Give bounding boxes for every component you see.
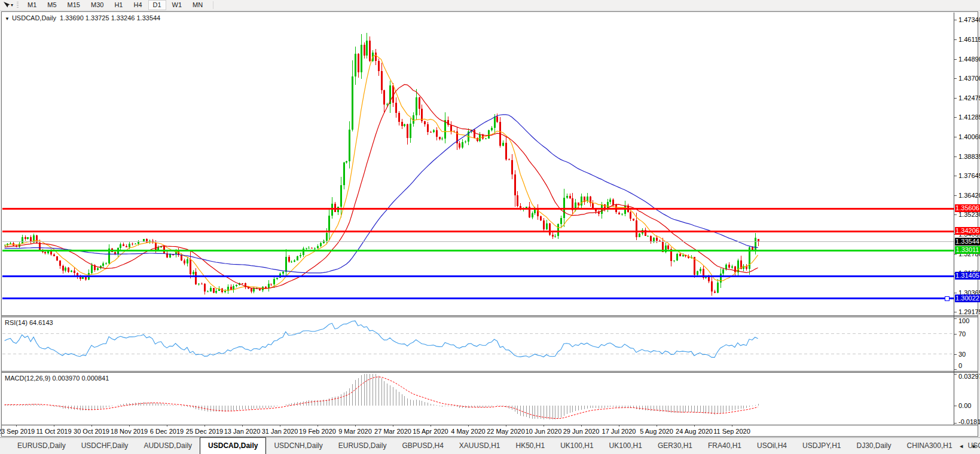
rsi-axis-tick — [954, 369, 957, 370]
toolbar-divider — [213, 1, 213, 9]
price-axis-tick — [954, 39, 957, 40]
price-line-badge: 1.34206 — [955, 227, 980, 235]
scroll-left-icon[interactable]: ◄ — [958, 443, 964, 449]
price-axis-label: 1.36420 — [958, 192, 980, 200]
date-axis-tick — [468, 425, 469, 427]
price-axis-tick — [954, 254, 957, 254]
symbol-dropdown-icon[interactable]: ▼ — [5, 16, 10, 22]
tab-usdjpy-h1[interactable]: USDJPY,H1 — [795, 438, 848, 454]
chevron-down-icon[interactable]: ▾ — [11, 2, 13, 8]
date-axis-tick — [431, 425, 431, 427]
rsi-axis-tick — [954, 354, 957, 355]
date-axis-tick — [167, 425, 167, 427]
date-axis-tick — [619, 425, 619, 427]
date-axis-label: 4 May 2020 — [451, 428, 485, 435]
price-axis-label: 1.44890 — [958, 56, 980, 63]
date-axis-tick — [91, 425, 92, 427]
macd-chart-canvas[interactable] — [2, 373, 954, 424]
tab-eurusd-daily[interactable]: EURUSD,Daily — [10, 438, 74, 454]
date-axis-label: 19 Feb 2020 — [299, 428, 336, 435]
date-axis-tick — [544, 425, 544, 427]
tab-china300-h1[interactable]: CHINA300,H1 — [899, 438, 960, 454]
timeframe-button-m15[interactable]: M15 — [63, 0, 85, 10]
macd-axis-label: 0.00 — [958, 402, 971, 410]
tab-hk50-h1[interactable]: HK50,H1 — [508, 438, 553, 454]
price-axis-tick — [954, 214, 957, 215]
date-axis-tick — [355, 425, 356, 427]
tab-dj30-daily[interactable]: DJ30,Daily — [849, 438, 899, 454]
macd-axis-label: 0.032972 — [958, 373, 980, 381]
price-line-badge: 1.30022 — [955, 295, 980, 302]
price-line-badge: 1.33011 — [955, 246, 980, 254]
chart-tabs: EURUSD,DailyUSDCHF,DailyAUDUSD,DailyUSDC… — [0, 438, 980, 454]
price-axis-tick — [954, 176, 957, 176]
tab-uk100-h1[interactable]: UK100,H1 — [552, 438, 601, 454]
tab-uk100-h1[interactable]: UK100,H1 — [602, 438, 650, 454]
date-axis-tick — [16, 425, 17, 427]
rsi-axis-label: 0 — [958, 362, 962, 370]
pane-separator — [2, 372, 978, 373]
timeframe-button-m30[interactable]: M30 — [86, 0, 108, 10]
date-axis-tick — [242, 425, 243, 427]
date-axis-tick — [694, 425, 695, 427]
date-axis-label: 9 Mar 2020 — [338, 428, 372, 435]
date-axis-tick — [657, 425, 657, 427]
date-axis-label: 24 Aug 2020 — [676, 428, 713, 435]
tab-usdcnh-daily[interactable]: USDCNH,Daily — [266, 438, 330, 454]
price-axis-tick — [954, 98, 957, 99]
price-axis-tick — [954, 195, 957, 196]
tab-xauusd-h1[interactable]: XAUUSD,H1 — [451, 438, 508, 454]
date-axis-tick — [393, 425, 393, 427]
macd-axis-label: -0.018154 — [958, 418, 980, 426]
macd-axis-tick — [954, 423, 957, 424]
rsi-axis-label: 100 — [958, 317, 969, 325]
tab-fra40-h1[interactable]: FRA40,H1 — [700, 438, 749, 454]
timeframe-button-mn[interactable]: MN — [188, 0, 207, 10]
rsi-axis-tick — [954, 318, 957, 319]
date-axis-label: 27 Mar 2020 — [374, 428, 411, 435]
price-axis-label: 1.29175 — [958, 308, 980, 316]
timeframe-buttons: M1M5M15M30H1H4D1W1MN — [22, 0, 208, 10]
price-axis-tick — [954, 59, 957, 60]
tab-usoil-h4[interactable]: USOil,H4 — [749, 438, 795, 454]
tab-eurusd-daily[interactable]: EURUSD,Daily — [331, 438, 395, 454]
tab-usdcad-daily[interactable]: USDCAD,Daily — [200, 437, 266, 454]
date-axis-tick — [204, 425, 205, 427]
timeframe-button-m5[interactable]: M5 — [42, 0, 61, 10]
price-line-badge: 1.31405 — [955, 272, 980, 280]
toolbar-grip — [17, 2, 19, 9]
date-axis-label: 15 Apr 2020 — [413, 428, 448, 435]
chart-title: ▼USDCAD,Daily 1.33690 1.33725 1.33246 1.… — [5, 14, 160, 22]
scroll-right-icon[interactable]: ► — [972, 443, 977, 449]
rsi-chart-canvas[interactable] — [2, 317, 954, 370]
date-axis-tick — [581, 425, 582, 427]
chart-tab-bar: EURUSD,DailyUSDCHF,DailyAUDUSD,DailyUSDC… — [0, 437, 980, 454]
rsi-axis-label: 30 — [958, 351, 966, 358]
timeframe-button-h1[interactable]: H1 — [109, 0, 127, 10]
macd-label: MACD(12,26,9) 0.003970 0.000841 — [5, 375, 109, 382]
date-axis-label: 25 Dec 2019 — [186, 428, 223, 435]
rsi-label: RSI(14) 64.6143 — [5, 319, 53, 326]
price-chart-canvas[interactable] — [2, 13, 954, 315]
tab-gbpusd-h4[interactable]: GBPUSD,H4 — [394, 438, 451, 454]
price-axis-line — [954, 13, 954, 425]
tab-usdchf-daily[interactable]: USDCHF,Daily — [74, 438, 136, 454]
price-line-badge: 1.35606 — [955, 204, 980, 212]
date-axis-label: 10 Jun 2020 — [526, 428, 562, 435]
price-axis-tick — [954, 137, 957, 137]
timeframe-button-h4[interactable]: H4 — [129, 0, 146, 10]
timeframe-toolbar: ▾ M1M5M15M30H1H4D1W1MN — [0, 0, 980, 11]
tab-audusd-daily[interactable]: AUDUSD,Daily — [136, 438, 200, 454]
price-axis-tick — [954, 312, 957, 312]
date-axis-tick — [280, 425, 280, 427]
timeframe-button-w1[interactable]: W1 — [167, 0, 187, 10]
date-axis-label: 11 Sep 2020 — [713, 428, 750, 435]
timeframe-button-d1[interactable]: D1 — [148, 0, 166, 10]
timeframe-button-m1[interactable]: M1 — [23, 0, 41, 10]
price-axis-tick — [954, 117, 957, 118]
macd-axis-tick — [954, 406, 957, 406]
date-axis-label: 5 Aug 2020 — [640, 428, 673, 435]
tab-ger30-h1[interactable]: GER30,H1 — [650, 438, 700, 454]
cursor-tool-icon[interactable] — [2, 1, 10, 9]
price-axis-tick — [954, 20, 957, 20]
